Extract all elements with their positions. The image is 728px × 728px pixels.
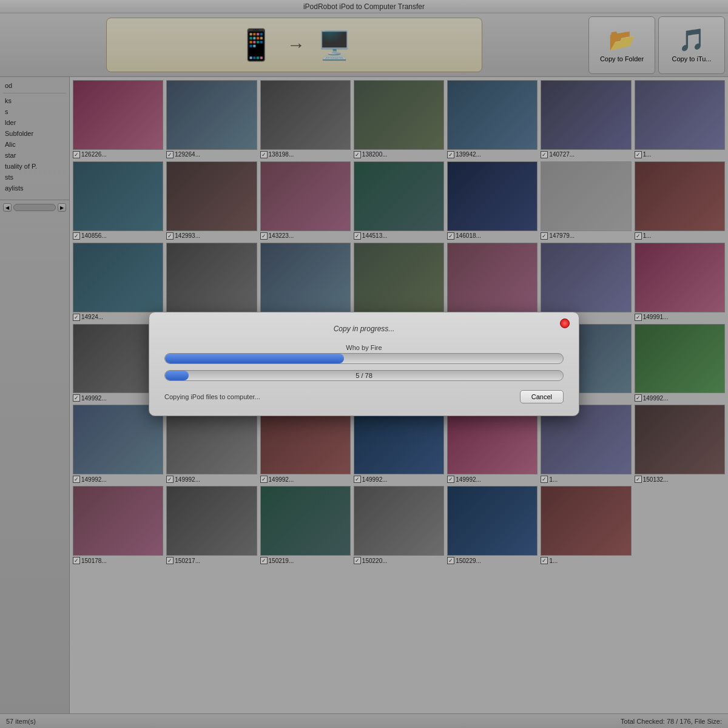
- dialog-status-text: Copying iPod files to computer...: [164, 393, 260, 400]
- dialog-title: Copy in progress...: [164, 325, 564, 333]
- dialog-close-button[interactable]: [560, 318, 570, 328]
- dialog-bottom: Copying iPod files to computer... Cancel: [164, 390, 564, 403]
- progress-count-text: 5 / 78: [165, 371, 563, 380]
- file-progress-fill: [165, 354, 344, 363]
- modal-overlay: Copy in progress... Who by Fire 5 / 78 C…: [0, 0, 728, 728]
- current-file-label: Who by Fire: [164, 344, 564, 351]
- cancel-button[interactable]: Cancel: [520, 390, 564, 403]
- file-progress-bar-container: [164, 353, 564, 364]
- count-progress-container: 5 / 78: [164, 370, 564, 381]
- copy-dialog: Copy in progress... Who by Fire 5 / 78 C…: [149, 312, 579, 416]
